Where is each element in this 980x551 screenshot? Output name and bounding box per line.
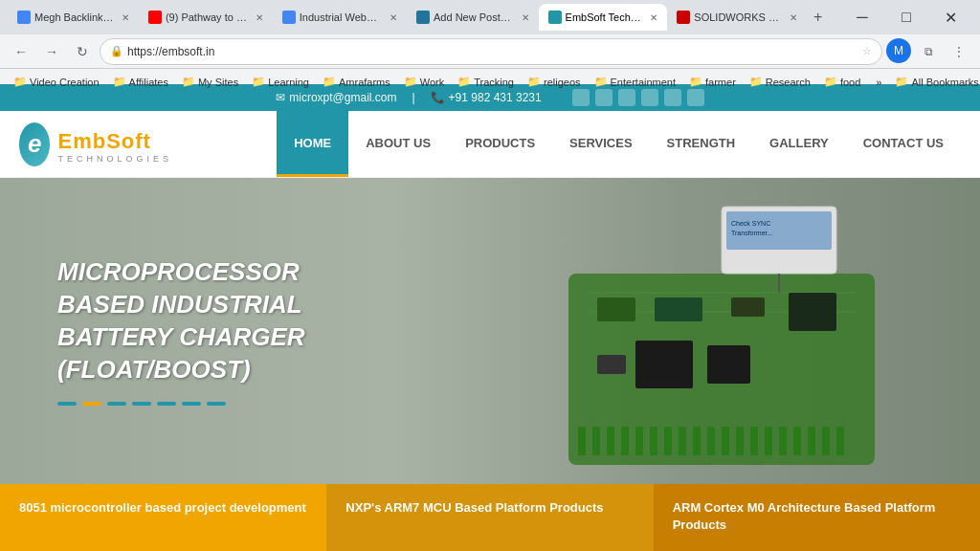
hero-dot-4[interactable]	[132, 402, 151, 406]
svg-rect-12	[650, 427, 657, 455]
address-bar[interactable]: 🔒 https://embsoft.in ☆	[100, 38, 882, 65]
product-card-2-text: NXP's ARM7 MCU Based Platform Products	[345, 499, 603, 517]
folder-icon: 📁	[323, 76, 336, 88]
bookmark-video-creation[interactable]: 📁 Video Creation	[8, 74, 105, 90]
folder-icon: 📁	[749, 76, 763, 88]
svg-rect-5	[731, 298, 765, 317]
social-icon-1[interactable]	[572, 89, 590, 106]
svg-rect-31	[635, 341, 693, 388]
nav-services[interactable]: SERVICES	[552, 111, 650, 177]
browser-tab-3[interactable]: Industrial Website Co... ✕	[273, 4, 407, 31]
maximize-button[interactable]: □	[884, 3, 928, 32]
folder-icon: 📁	[527, 76, 541, 88]
folder-icon: 📁	[824, 76, 837, 88]
phone-info: 📞 +91 982 431 3231	[431, 91, 542, 104]
hero-product-image: Check SYNC Transformer...	[540, 197, 903, 484]
email-icon: ✉	[276, 91, 285, 104]
minimize-button[interactable]: ─	[840, 3, 884, 32]
social-icon-3[interactable]	[618, 89, 635, 106]
hero-dot-6[interactable]	[182, 402, 201, 406]
tab-close-4[interactable]: ✕	[522, 12, 529, 23]
site-logo[interactable]: e EmbSoft TECHNOLOGIES	[19, 122, 172, 166]
product-card-1[interactable]: 8051 microcontroller based project devel…	[0, 484, 326, 551]
svg-rect-20	[765, 427, 772, 455]
bookmark-work[interactable]: 📁 Work	[398, 74, 450, 90]
svg-rect-14	[679, 427, 686, 455]
phone-icon: 📞	[431, 91, 445, 104]
product-card-2[interactable]: NXP's ARM7 MCU Based Platform Products	[326, 484, 653, 551]
svg-rect-23	[808, 427, 815, 455]
hero-title: MICROPROCESSOR BASED INDUSTRIAL BATTERY …	[57, 256, 373, 386]
bookmark-affiliates[interactable]: 📁 Affiliates	[107, 74, 174, 90]
bookmark-amrafarms[interactable]: 📁 Amrafarms	[317, 74, 396, 90]
menu-button[interactable]: ⋮	[946, 38, 972, 65]
bookmark-tracking[interactable]: 📁 Tracking	[452, 74, 520, 90]
tab-close-3[interactable]: ✕	[390, 12, 397, 23]
tab-close-1[interactable]: ✕	[122, 12, 129, 23]
hero-content: MICROPROCESSOR BASED INDUSTRIAL BATTERY …	[0, 256, 431, 405]
bookmark-farmer[interactable]: 📁 farmer	[683, 74, 742, 90]
browser-tab-2[interactable]: (9) Pathway to Feelin... ✕	[139, 4, 273, 31]
bookmark-my-sites[interactable]: 📁 My Sites	[176, 74, 244, 90]
nav-about[interactable]: ABOUT US	[348, 111, 448, 177]
social-icon-2[interactable]	[595, 89, 612, 106]
logo-icon: e	[19, 122, 50, 166]
nav-products[interactable]: PRODUCTS	[448, 111, 552, 177]
svg-rect-13	[664, 427, 672, 455]
svg-rect-10	[621, 427, 629, 455]
star-icon[interactable]: ☆	[862, 45, 872, 57]
extensions-button[interactable]: ⧉	[915, 38, 942, 65]
profile-button[interactable]: M	[886, 38, 911, 63]
browser-tab-6[interactable]: SOLIDWORKS and 3d... ✕	[667, 4, 807, 31]
social-icon-5[interactable]	[664, 89, 681, 106]
svg-rect-17	[722, 427, 729, 455]
svg-text:Check SYNC: Check SYNC	[731, 220, 770, 227]
svg-rect-32	[707, 345, 750, 384]
new-tab-button[interactable]: +	[807, 4, 829, 31]
hero-section: MICROPROCESSOR BASED INDUSTRIAL BATTERY …	[0, 178, 980, 484]
website-content: ✉ microxpt@gmail.com | 📞 +91 982 431 323…	[0, 84, 980, 551]
browser-tab-4[interactable]: Add New Post • Meg... ✕	[407, 4, 539, 31]
forward-button[interactable]: →	[38, 38, 65, 65]
tab-close-2[interactable]: ✕	[256, 12, 263, 23]
site-header: e EmbSoft TECHNOLOGIES HOME ABOUT US PRO…	[0, 111, 980, 178]
folder-icon: 📁	[182, 76, 195, 88]
reload-button[interactable]: ↻	[69, 38, 96, 65]
nav-contact[interactable]: CONTACT US	[846, 111, 961, 177]
svg-rect-3	[597, 298, 635, 321]
hero-slider-dots	[57, 402, 373, 406]
browser-tab-1[interactable]: Megh Backlinks Sort... ✕	[8, 4, 139, 31]
hero-dot-1[interactable]	[57, 402, 77, 406]
social-icon-6[interactable]	[687, 89, 704, 106]
close-button[interactable]: ✕	[928, 3, 972, 32]
hero-dot-5[interactable]	[157, 402, 176, 406]
bookmark-research[interactable]: 📁 Research	[744, 74, 816, 90]
nav-home[interactable]: HOME	[277, 111, 348, 177]
social-icon-4[interactable]	[641, 89, 658, 106]
email-info: ✉ microxpt@gmail.com	[276, 91, 396, 104]
svg-rect-21	[779, 427, 787, 455]
svg-rect-18	[736, 427, 744, 455]
back-button[interactable]: ←	[8, 38, 34, 65]
folder-icon: 📁	[252, 76, 265, 88]
all-bookmarks-button[interactable]: 📁 All Bookmarks	[889, 74, 980, 90]
bookmark-entertainment[interactable]: 📁 Entertainment	[589, 74, 681, 90]
folder-icon: 📁	[13, 76, 27, 88]
nav-gallery[interactable]: GALLERY	[752, 111, 846, 177]
bookmark-food[interactable]: 📁 food	[818, 74, 866, 90]
folder-icon: 📁	[457, 76, 471, 88]
svg-rect-8	[592, 427, 600, 455]
bookmark-religeos[interactable]: 📁 religeos	[522, 74, 587, 90]
browser-tab-5[interactable]: EmbSoft Technologi... ✕	[539, 4, 668, 31]
bookmark-learning[interactable]: 📁 Learning	[246, 74, 315, 90]
hero-dot-3[interactable]	[107, 402, 126, 406]
nav-strength[interactable]: STRENGTH	[650, 111, 753, 177]
svg-rect-7	[578, 427, 586, 455]
hero-dot-7[interactable]	[207, 402, 226, 406]
tab-close-6[interactable]: ✕	[790, 12, 797, 23]
svg-rect-25	[836, 427, 844, 455]
hero-dot-2[interactable]	[82, 402, 101, 406]
product-card-3[interactable]: ARM Cortex M0 Architecture Based Platfor…	[654, 484, 980, 551]
tab-close-5[interactable]: ✕	[650, 12, 657, 23]
more-bookmarks-button[interactable]: »	[870, 75, 887, 90]
